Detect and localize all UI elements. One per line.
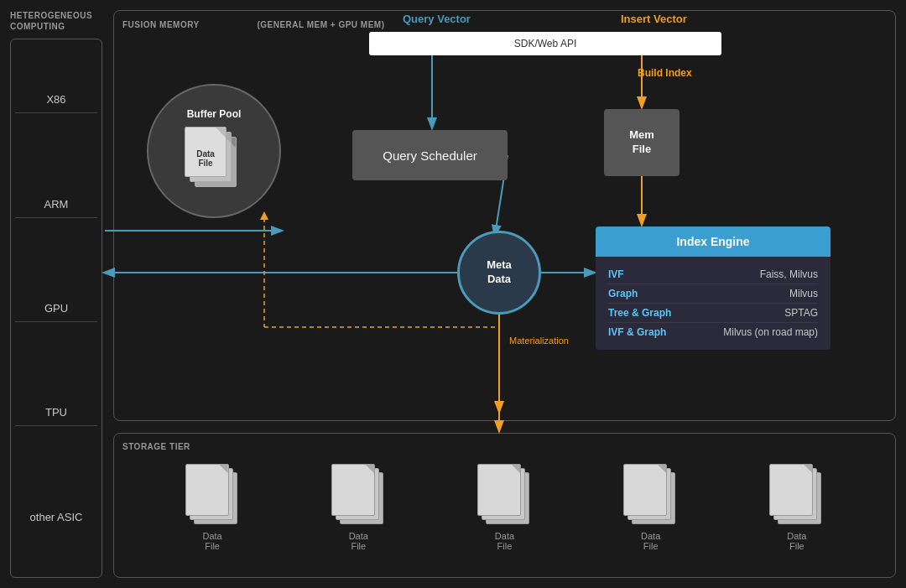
hetero-box: X86 ARM GPU TPU other ASIC <box>10 39 102 578</box>
hetero-item-tpu: TPU <box>15 399 97 426</box>
buffer-pool-label: Buffer Pool <box>187 108 242 120</box>
materialization-label: Materialization <box>509 336 569 346</box>
index-engine-header: Index Engine <box>596 226 830 257</box>
storage-file-1: Data File <box>331 464 386 551</box>
meta-data-circle: Meta Data <box>457 231 541 315</box>
hetero-item-gpu: GPU <box>15 295 97 322</box>
mem-file-box: Mem File <box>604 109 680 176</box>
query-scheduler-box: Query Scheduler <box>352 130 508 180</box>
storage-file-3: Data File <box>623 464 678 551</box>
meta-data-label: Meta Data <box>487 258 512 287</box>
storage-file-2: Data File <box>477 464 532 551</box>
storage-files-container: Data File Data File <box>122 455 887 559</box>
hetero-item-x86: X86 <box>15 86 97 113</box>
hetero-item-asic: other ASIC <box>15 504 97 530</box>
query-vector-label: Query Vector <box>403 13 471 25</box>
storage-file-0: Data File <box>185 464 240 551</box>
hetero-computing-section: HETEROGENEOUS COMPUTING X86 ARM GPU TPU … <box>10 10 102 578</box>
hetero-item-arm: ARM <box>15 191 97 218</box>
insert-vector-label: Insert Vector <box>621 13 687 25</box>
mem-file-label: Mem File <box>629 128 654 157</box>
index-row-3: IVF & Graph Milvus (on road map) <box>608 323 818 341</box>
sdk-api-bar: SDK/Web API <box>369 32 721 55</box>
storage-tier-section: STORAGE TIER Data File <box>113 433 896 578</box>
sdk-api-label: SDK/Web API <box>514 38 576 49</box>
data-file-icon: Data File <box>185 127 243 194</box>
storage-label: STORAGE TIER <box>122 442 887 451</box>
index-engine-body: IVF Faiss, Milvus Graph Milvus Tree & Gr… <box>596 257 830 350</box>
index-row-0: IVF Faiss, Milvus <box>608 265 818 284</box>
storage-file-4: Data File <box>769 464 824 551</box>
fusion-label: FUSION MEMORY (GENERAL MEM + GPU MEM) <box>122 19 887 30</box>
index-row-2: Tree & Graph SPTAG <box>608 304 818 323</box>
index-row-1: Graph Milvus <box>608 284 818 304</box>
build-index-label: Build Index <box>638 67 692 79</box>
hetero-label: HETEROGENEOUS COMPUTING <box>10 10 102 32</box>
index-engine-box: Index Engine IVF Faiss, Milvus Graph Mil… <box>596 226 830 350</box>
query-scheduler-label: Query Scheduler <box>383 148 477 163</box>
buffer-pool: Buffer Pool Data File <box>147 84 281 218</box>
